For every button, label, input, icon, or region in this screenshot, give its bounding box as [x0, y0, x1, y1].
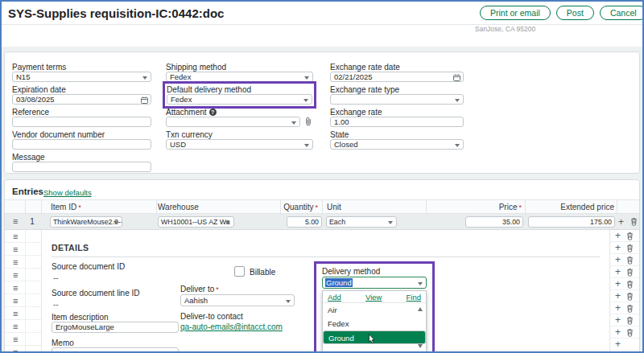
drag-handle-icon[interactable]: ≡ [13, 216, 18, 226]
drag-handle-icon[interactable]: ≡ [13, 322, 18, 331]
attachment-select[interactable] [166, 117, 300, 127]
delete-row-icon[interactable] [626, 232, 634, 240]
exchange-rate-date-value: 02/21/2025 [334, 72, 373, 81]
chevron-down-icon [114, 221, 118, 224]
add-row-icon[interactable]: + [615, 292, 621, 300]
chevron-down-icon [225, 221, 230, 224]
add-row-icon[interactable]: + [615, 268, 621, 276]
deliver-to-contact-label: Deliver-to contact [180, 312, 243, 321]
find-link[interactable]: Find [407, 293, 421, 302]
chevron-down-icon [304, 76, 309, 80]
row-actions: + [610, 290, 639, 302]
drag-handle-icon[interactable]: ≡ [13, 257, 18, 267]
exchange-rate-type-select[interactable] [330, 94, 464, 105]
billable-checkbox[interactable] [234, 266, 245, 277]
add-row-icon[interactable]: + [615, 280, 621, 288]
warehouse-select[interactable]: WH10001--US AZ Wa [158, 216, 234, 228]
required-asterisk: * [78, 203, 81, 211]
exchange-rate-date-field[interactable]: 02/21/2025 [330, 72, 464, 82]
required-asterisk: * [518, 203, 522, 211]
calendar-icon[interactable] [453, 74, 460, 81]
source-document-line-id-value: -- [53, 300, 59, 309]
delete-row-icon[interactable] [626, 268, 634, 277]
col-item-id: Item ID* [51, 203, 81, 211]
item-id-select[interactable]: ThinkWareMouse2.0--I [50, 216, 122, 228]
entries-title: Entries [12, 187, 43, 196]
add-row-icon[interactable]: + [618, 218, 624, 226]
add-row-icon[interactable]: + [615, 316, 621, 324]
drag-handle-icon[interactable]: ≡ [13, 270, 18, 280]
expiration-date-value: 03/08/2025 [16, 95, 55, 104]
vendor-address-strip: SanJose, CA 95200 [2, 25, 642, 47]
drag-handle-icon[interactable]: ≡ [13, 232, 18, 241]
delete-row-icon[interactable] [626, 292, 634, 301]
paperclip-icon[interactable] [304, 117, 312, 127]
state-select[interactable]: Closed [330, 139, 464, 150]
deliver-to-contact-link[interactable]: qa-auto-emails@intacct.com [180, 322, 283, 331]
add-link[interactable]: Add [328, 293, 341, 302]
exchange-rate-input[interactable]: 1.00 [330, 117, 464, 127]
row-actions: + [610, 326, 639, 339]
delivery-method-input[interactable]: Ground [322, 277, 427, 289]
chevron-down-icon [455, 144, 460, 147]
add-row-icon[interactable]: + [615, 244, 621, 252]
delete-row-icon[interactable] [626, 316, 634, 325]
scroll-down-icon[interactable] [418, 344, 423, 348]
delete-row-icon[interactable] [626, 256, 634, 265]
cancel-button[interactable]: Cancel [600, 6, 644, 20]
add-row-icon[interactable]: + [615, 340, 621, 348]
unit-value: Each [329, 218, 345, 226]
drag-handle-icon[interactable]: ≡ [13, 244, 18, 254]
delivery-method-option-ground[interactable]: Ground [323, 330, 426, 344]
drag-handle-icon[interactable]: ≡ [13, 347, 18, 353]
delete-row-icon[interactable] [626, 328, 634, 337]
entry-details-panel: DETAILS Source document ID -- Source doc… [41, 230, 609, 353]
row-actions: + [610, 302, 639, 314]
unit-select[interactable]: Each [326, 216, 397, 228]
row-number: 1 [25, 217, 39, 226]
reference-input[interactable] [12, 117, 151, 127]
chevron-down-icon [303, 99, 308, 102]
add-row-icon[interactable]: + [615, 304, 621, 312]
vendor-doc-number-input[interactable] [12, 139, 151, 150]
quantity-input[interactable]: 5.00 [287, 216, 322, 228]
delete-row-icon[interactable] [626, 280, 634, 289]
delete-row-icon[interactable] [630, 217, 638, 226]
scroll-up-icon[interactable] [418, 307, 423, 311]
price-input[interactable]: 35.00 [465, 216, 523, 228]
show-defaults-link[interactable]: Show defaults [43, 188, 92, 197]
expiration-date-field[interactable]: 03/08/2025 [12, 94, 151, 105]
drag-handle-icon[interactable]: ≡ [13, 309, 18, 318]
delivery-method-option-air[interactable]: Air [323, 303, 426, 317]
add-row-icon[interactable]: + [615, 232, 621, 240]
delivery-method-highlight-box: Delivery method Ground Add View Find Air… [314, 261, 435, 353]
item-description-input[interactable]: ErgoMouseLarge [52, 322, 179, 333]
exchange-rate-type-label: Exchange rate type [330, 85, 399, 94]
extended-price-input[interactable]: 175.00 [528, 216, 615, 228]
payment-terms-select[interactable]: N15 [12, 72, 151, 82]
delete-row-icon[interactable] [626, 244, 634, 252]
post-button[interactable]: Post [556, 6, 594, 20]
deliver-to-select[interactable]: Aahish [180, 294, 295, 306]
chevron-down-icon [418, 282, 423, 285]
app-window: SYS-Supplies requisition-IC:0442:doc Pri… [0, 0, 644, 353]
vendor-doc-number-label: Vendor document number [12, 130, 105, 139]
billable-label: Billable [250, 268, 275, 277]
drag-handle-icon[interactable]: ≡ [13, 296, 18, 306]
print-or-email-button[interactable]: Print or email [480, 6, 551, 20]
delete-row-icon[interactable] [626, 304, 634, 313]
calendar-icon[interactable] [141, 96, 148, 104]
memo-input[interactable] [52, 347, 179, 353]
txn-currency-select[interactable]: USD [166, 139, 313, 150]
view-link[interactable]: View [365, 293, 382, 302]
default-delivery-select[interactable]: Fedex [167, 94, 312, 105]
add-row-icon[interactable]: + [615, 256, 621, 264]
drag-handle-icon[interactable]: ≡ [13, 335, 18, 344]
delivery-method-option-fedex[interactable]: Fedex [323, 317, 426, 330]
deliver-to-value: Aahish [184, 296, 208, 305]
drag-handle-icon[interactable]: ≡ [13, 283, 18, 293]
add-row-icon[interactable]: + [615, 328, 621, 336]
attachment-label: Attachment? [166, 108, 217, 117]
help-icon[interactable]: ? [209, 109, 217, 116]
message-input[interactable] [12, 162, 151, 172]
